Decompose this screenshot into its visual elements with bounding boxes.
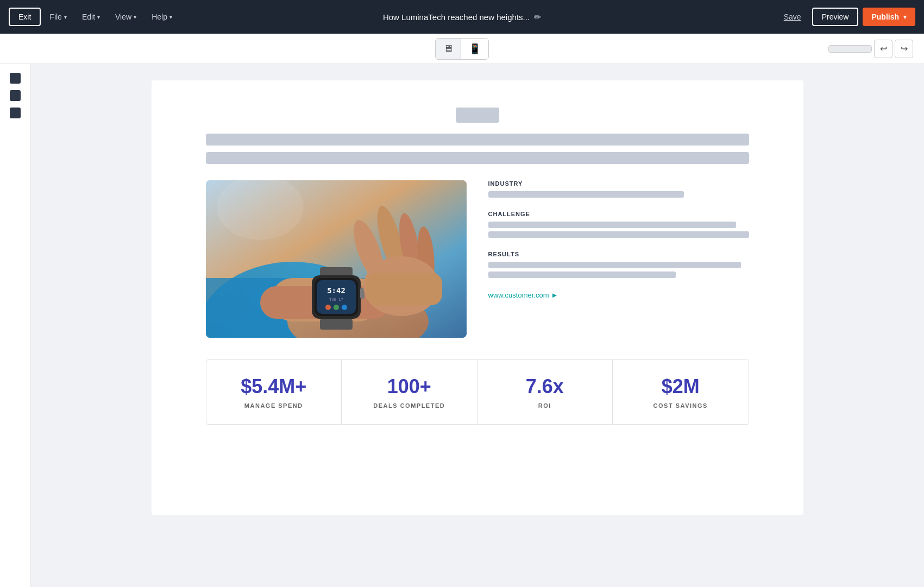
stat-item-deals: 100+ DEALS COMPLETED	[342, 360, 477, 424]
save-button[interactable]: Save	[777, 8, 808, 26]
results-section: RESULTS	[488, 251, 749, 278]
sidebar-tool-2[interactable]	[10, 90, 21, 101]
stat-label-manage-spend: MANAGE SPEND	[217, 402, 331, 409]
stat-label-deals: DEALS COMPLETED	[353, 402, 466, 409]
info-panel: INDUSTRY CHALLENGE RESULTS www	[488, 180, 749, 338]
stat-label-cost-savings: COST SAVINGS	[624, 402, 738, 409]
main-layout: 5:42 TUE 17	[0, 64, 924, 587]
view-menu[interactable]: View ▾	[109, 8, 143, 26]
exit-button[interactable]: Exit	[9, 8, 41, 26]
pencil-icon[interactable]: ✏	[534, 12, 541, 22]
svg-rect-15	[320, 319, 353, 330]
hero-image: 5:42 TUE 17	[206, 180, 467, 338]
industry-label: INDUSTRY	[488, 180, 749, 187]
arrow-right-icon: ►	[551, 291, 558, 299]
industry-section: INDUSTRY	[488, 180, 749, 198]
view-chevron-icon: ▾	[134, 14, 136, 20]
page-card: 5:42 TUE 17	[152, 80, 803, 515]
svg-point-12	[325, 305, 331, 310]
desktop-view-button[interactable]: 🖥	[436, 39, 461, 59]
edit-menu[interactable]: Edit ▾	[76, 8, 106, 26]
stat-item-manage-spend: $5.4M+ MANAGE SPEND	[206, 360, 342, 424]
edit-chevron-icon: ▾	[97, 14, 100, 20]
desktop-icon: 🖥	[443, 43, 453, 54]
redo-icon: ↪	[901, 43, 908, 54]
publish-chevron-icon: ▾	[903, 14, 907, 21]
page-title: How LuminaTech reached new heights...	[383, 12, 530, 22]
sidebar-tool-3[interactable]	[10, 108, 21, 118]
topbar: Exit File ▾ Edit ▾ View ▾ Help ▾ How Lum…	[0, 0, 924, 34]
help-menu[interactable]: Help ▾	[145, 8, 179, 26]
undo-button[interactable]: ↩	[874, 40, 892, 58]
help-chevron-icon: ▾	[169, 14, 172, 20]
results-line-2	[488, 272, 676, 278]
svg-point-13	[334, 305, 339, 310]
redo-button[interactable]: ↪	[895, 40, 913, 58]
svg-text:5:42: 5:42	[327, 286, 345, 295]
mobile-view-button[interactable]: 📱	[461, 39, 488, 59]
left-sidebar	[0, 64, 30, 587]
file-chevron-icon: ▾	[64, 14, 67, 20]
stat-label-roi: ROI	[488, 402, 602, 409]
results-line-1	[488, 262, 741, 268]
file-menu[interactable]: File ▾	[43, 8, 73, 26]
customer-link[interactable]: www.customer.com ►	[488, 291, 749, 299]
publish-button[interactable]: Publish ▾	[863, 8, 915, 26]
industry-line-1	[488, 191, 684, 198]
placeholder-title-1	[206, 134, 749, 146]
stat-value-deals: 100+	[353, 375, 466, 398]
challenge-label: CHALLENGE	[488, 211, 749, 217]
stat-value-roi: 7.6x	[488, 375, 602, 398]
placeholder-title-2	[206, 152, 749, 164]
undo-icon: ↩	[880, 43, 887, 54]
svg-point-14	[342, 305, 347, 310]
svg-text:TUE 17: TUE 17	[329, 298, 343, 302]
toolbar-right-controls: ↩ ↪	[828, 40, 913, 58]
view-toggle-group: 🖥 📱	[435, 38, 489, 60]
topbar-right: Save Preview Publish ▾	[777, 8, 915, 26]
content-section: 5:42 TUE 17	[206, 180, 749, 338]
preview-button[interactable]: Preview	[812, 8, 859, 26]
challenge-line-1	[488, 222, 736, 228]
stat-value-cost-savings: $2M	[624, 375, 738, 398]
topbar-left: Exit File ▾ Edit ▾ View ▾ Help ▾	[9, 8, 179, 26]
stat-item-roi: 7.6x ROI	[477, 360, 613, 424]
zoom-button[interactable]	[828, 45, 872, 53]
svg-rect-22	[366, 273, 442, 305]
stat-item-cost-savings: $2M COST SAVINGS	[613, 360, 749, 424]
toolbar-row: 🖥 📱 ↩ ↪	[0, 34, 924, 64]
page-title-area: How LuminaTech reached new heights... ✏	[383, 12, 541, 22]
canvas-area[interactable]: 5:42 TUE 17	[30, 64, 924, 587]
challenge-line-2	[488, 231, 749, 238]
mobile-icon: 📱	[469, 43, 481, 55]
challenge-section: CHALLENGE	[488, 211, 749, 238]
sidebar-tool-1[interactable]	[10, 73, 21, 84]
stat-value-manage-spend: $5.4M+	[217, 375, 331, 398]
stats-row: $5.4M+ MANAGE SPEND 100+ DEALS COMPLETED…	[206, 359, 749, 425]
results-label: RESULTS	[488, 251, 749, 257]
placeholder-tag	[456, 108, 499, 123]
